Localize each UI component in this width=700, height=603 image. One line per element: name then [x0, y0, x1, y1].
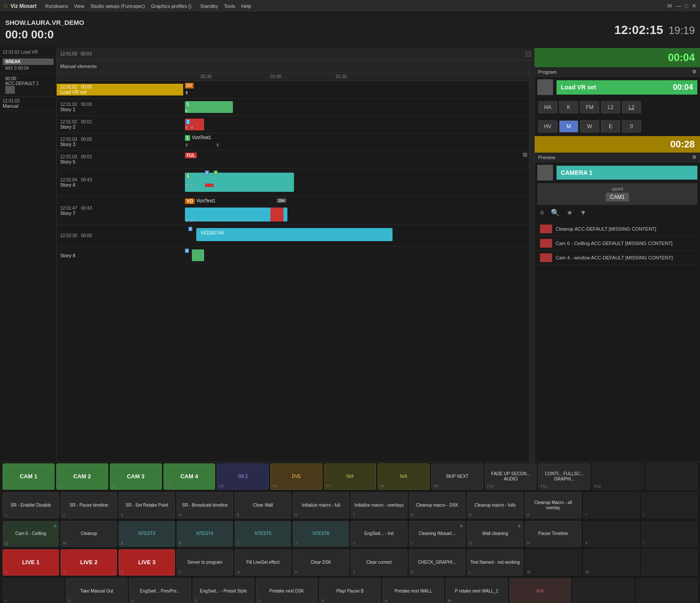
rp-list-icon[interactable]: ≡ — [538, 208, 546, 218]
kb-cleanup[interactable]: Cleanup W — [61, 521, 117, 547]
kb-engswit-prevpre[interactable]: EngSwit... PrevPre... X — [129, 578, 191, 603]
kb-engswit-init[interactable]: EngSwit... - Init U — [351, 521, 407, 547]
kb-clear-wall[interactable]: Clear Wall 5 — [235, 492, 291, 518]
rundown-manual-row[interactable]: 12:01:03 Manual — [0, 97, 56, 111]
preview-settings-icon[interactable]: ⚙ — [692, 154, 697, 160]
menu-help[interactable]: Help — [241, 3, 251, 9]
kb-ntest4[interactable]: NTEST4 R — [177, 521, 233, 547]
tl-row-ved[interactable]: 12:02:30 00:00 2 VED00744 — [57, 225, 529, 247]
kb-na-f8[interactable]: N/A F8 — [378, 463, 430, 490]
timeline-scrollbar[interactable] — [529, 60, 534, 462]
key-w[interactable]: W — [580, 120, 599, 133]
kb-test-named[interactable]: Test Named - not working L — [467, 549, 523, 576]
kb-ntest5[interactable]: NTEST5 T — [235, 521, 291, 547]
menu-view[interactable]: View — [74, 3, 85, 9]
kb-wall-cleaning[interactable]: + Wall cleaning O — [467, 521, 523, 547]
key-k[interactable]: K — [559, 101, 578, 113]
tl-row-story8[interactable]: Story 8 3 — [57, 247, 529, 264]
rp-search-icon[interactable]: 🔍 — [549, 208, 561, 218]
kb-live3[interactable]: LIVE 3 D — [119, 549, 175, 576]
kb-cam3[interactable]: CAM 3 F3 — [110, 463, 162, 490]
tl-row-story2[interactable]: 12:01:02 00:01 Story 2 2 🎙 🎙 — [57, 116, 529, 133]
minimize-button[interactable]: — — [676, 3, 681, 9]
kb-sr-retake[interactable]: SR - Set Retake Point 3 — [119, 492, 175, 518]
maximize-button[interactable]: □ — [685, 3, 688, 9]
tl-row-story1[interactable]: 12:01:02 00:00 Story 1 1 + — [57, 99, 529, 116]
kb-live2[interactable]: LIVE 2 S — [61, 549, 117, 576]
key-m[interactable]: M — [559, 120, 578, 133]
kb-cam6-ceilling[interactable]: + Cam 6 - Ceilling Q — [3, 521, 59, 547]
key-0[interactable]: 0 — [622, 120, 641, 133]
kb-server-program[interactable]: Server to program F — [177, 549, 233, 576]
menu-studio[interactable]: Studio setups (Funcspec) — [90, 3, 145, 9]
close-button[interactable]: ✕ — [692, 3, 697, 9]
kb-os2[interactable]: OS 2 F5 — [217, 463, 269, 490]
tl-scroll-right[interactable] — [526, 51, 531, 57]
kb-play-pause[interactable]: Play/ Pause B B — [319, 578, 381, 603]
kb-engswit-preset[interactable]: EngSwit... - Preset Style C — [193, 578, 254, 603]
kb-live1[interactable]: LIVE 1 A — [3, 549, 59, 576]
kb-pretake-dsk[interactable]: Pretake next DSK V — [256, 578, 318, 603]
key-e[interactable]: E — [601, 120, 620, 133]
kb-cam2[interactable]: CAM 2 F2 — [56, 463, 108, 490]
rundown-acc-row[interactable]: 00:00 ACC-DEFAULT 1 — [0, 74, 56, 97]
rundown-current[interactable]: 12:01:02 Load VR — [0, 48, 56, 57]
menu-tools[interactable]: Tools — [224, 3, 235, 9]
tl-row-loadvr[interactable]: 12:01:02 00:00 Load VR set BR 🎙 — [57, 81, 529, 99]
tl-label-loadvr: 12:01:02 00:00 Load VR set — [57, 84, 183, 95]
kb-cleanup-all[interactable]: Cleanup Macro - all overlay 0 — [525, 492, 581, 518]
kb-init-overlays[interactable]: Initialize macro - overlays 7 — [351, 492, 407, 518]
kb-na-red[interactable]: N/A , — [509, 578, 571, 603]
kb-clear-current[interactable]: Clear current J — [351, 549, 407, 576]
preview-timer: 00:28 — [535, 136, 700, 153]
menu-graphics[interactable]: Graphics profiles () — [151, 3, 191, 9]
app-icon: ⬡ — [3, 3, 8, 9]
menu-rundowns[interactable]: Rundowns — [45, 3, 68, 9]
rundown-break-row: BREAK MIX 0 00:04 — [0, 57, 56, 74]
kb-cam1[interactable]: CAM 1 F1 — [3, 463, 55, 490]
kb-skip-next[interactable]: SKIP NEXT F9 — [431, 463, 483, 490]
key-l2[interactable]: L2 — [601, 101, 620, 113]
tl-row-story3[interactable]: 12:01:03 00:00 Story 3 1 VizrtTest1 🎙 🎙 — [57, 133, 529, 151]
key-l2u[interactable]: L2 — [622, 101, 641, 113]
kb-conti[interactable]: CONTI... FULLSC... GRAPHI... F11 — [538, 463, 590, 490]
kb-na-f7[interactable]: N/A F7 — [324, 463, 376, 490]
kb-fill-liveset[interactable]: Fill LiveSet effect G — [235, 549, 291, 576]
kb-dve[interactable]: DVE F6 — [270, 463, 322, 490]
rp-list-item-2[interactable]: Cam 4 - window ACC-DEFAULT [MISSING CONT… — [536, 251, 698, 265]
kb-fade-up[interactable]: FADE UP SECON... AUDIO F10 — [485, 463, 537, 490]
kb-cleaning[interactable]: + Cleaning \Mosart... I — [409, 521, 465, 547]
kb-cleanup-fulls[interactable]: Cleanup macro - fulls 9 — [467, 492, 523, 518]
rp-thumb-1 — [540, 239, 552, 248]
menu-standby[interactable]: Standby — [200, 3, 218, 9]
kb-ntest3[interactable]: NTEST3 E — [119, 521, 175, 547]
tl-row-story7[interactable]: 12:01:47 00:43 Story 7 VO VizrtTest1 28x… — [57, 197, 529, 225]
key-hv[interactable]: HV — [538, 120, 557, 133]
kb-ntest6[interactable]: NTEST6 Y — [293, 521, 349, 547]
kb-pretake-wall1[interactable]: P retake next WALL_1 M — [446, 578, 507, 603]
mail-button[interactable]: ✉ — [667, 3, 672, 9]
kb-sr-enable[interactable]: SR - Enable/ Disable 1 — [3, 492, 59, 518]
rp-filter-icon[interactable]: ▼ — [578, 208, 588, 218]
kb-sr-pause[interactable]: SR - Pause timeline 2 — [61, 492, 117, 518]
rp-star-icon[interactable]: ★ — [565, 208, 574, 218]
program-settings-icon[interactable]: ⚙ — [692, 69, 697, 75]
kb-pretake-wall[interactable]: Pretake next WALL N — [382, 578, 444, 603]
kb-cleanup-dsk[interactable]: Cleanup macro - DSK 8 — [409, 492, 465, 518]
kb-check-graphi[interactable]: CHECK_GRAPHI... K — [409, 549, 465, 576]
program-countdown: 00:04 — [535, 48, 700, 67]
kb-cam4[interactable]: CAM 4 F4 — [164, 463, 215, 490]
tl-row-story5[interactable]: 12:01:03 00:01 Story 5 FUL — [57, 151, 529, 168]
kb-pause-timeline[interactable]: Pause Timeline P — [525, 521, 581, 547]
kb-init-full[interactable]: Initialize macro - full 6 — [293, 492, 349, 518]
rp-list-item-1[interactable]: Cam 6 - Ceilling ACC-DEFAULT [MISSING CO… — [536, 236, 698, 251]
rp-list-item-0[interactable]: Cleanup ACC-DEFAULT [MISSING CONTENT] — [536, 222, 698, 236]
kb-clear-dsk[interactable]: Clear DSK H — [293, 549, 349, 576]
kb-sr-broadcast[interactable]: SR - Broadcast timeline 4 — [177, 492, 233, 518]
key-fm[interactable]: FM — [580, 101, 599, 113]
plus-icon-i: + — [459, 522, 463, 529]
tl-row-story6[interactable]: 12:01:04 00:43 Story 6 1 2 3 🎙 🎙 — [57, 168, 529, 197]
key-ha[interactable]: HA — [538, 101, 557, 113]
kb-take-manual[interactable]: Take Manual Out Z — [66, 578, 127, 603]
tl-plus-s1[interactable]: + — [185, 108, 188, 113]
